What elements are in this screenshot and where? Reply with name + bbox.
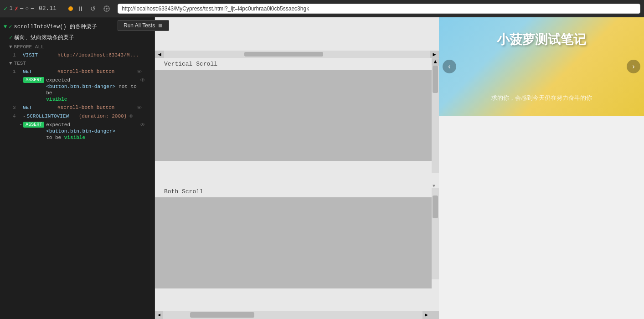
step3-arg: #scroll-both button bbox=[57, 105, 135, 110]
check-icon: ✓ bbox=[4, 5, 7, 12]
step-2[interactable]: - ASSERT expected 👁 <button.btn.btn-dang… bbox=[0, 76, 155, 103]
step5-element: <button.btn.btn-danger> bbox=[46, 129, 115, 134]
blog-next-button[interactable]: › bbox=[627, 60, 640, 73]
corner-block bbox=[431, 311, 439, 319]
both-scroll-content bbox=[155, 197, 432, 288]
before-all-label: BEFORE ALL bbox=[14, 44, 44, 50]
main-layout: ▼ ✓ scrollIntoView() 的各种栗子 ✓ 横向、纵向滚动条的栗子… bbox=[0, 17, 644, 319]
suite-title: scrollIntoView() 的各种栗子 bbox=[14, 23, 97, 31]
test-time: 02.11 bbox=[39, 5, 57, 12]
step5-dash: - bbox=[19, 122, 22, 128]
fail-count: — bbox=[20, 5, 23, 12]
toolbar: ✓ 1 ✗ — ○ — 02.11 ⏸ ↺ bbox=[0, 0, 644, 17]
step1-arg: #scroll-both button bbox=[57, 69, 135, 74]
test-title-row[interactable]: ✓ 横向、纵向滚动条的栗子 bbox=[0, 32, 155, 43]
stop-button[interactable]: ⏸ bbox=[76, 4, 86, 13]
visit-url: http://localhost:63343/M... bbox=[57, 52, 142, 58]
top-scrollbar-h[interactable]: ◀ ▶ bbox=[155, 51, 439, 58]
step-1[interactable]: 1 GET #scroll-both button 👁 bbox=[0, 67, 155, 76]
test-tree: ▼ ✓ scrollIntoView() 的各种栗子 ✓ 横向、纵向滚动条的栗子… bbox=[0, 17, 155, 319]
blog-prev-button[interactable]: ‹ bbox=[443, 60, 456, 73]
step5-expected: expected bbox=[46, 122, 70, 128]
toolbar-status-icons: ✓ 1 ✗ — ○ — bbox=[4, 5, 34, 12]
before-all-caret: ▼ bbox=[9, 44, 12, 50]
step1-cmd: GET bbox=[23, 69, 55, 74]
bottom-scroll-right-btn[interactable]: ▶ bbox=[422, 311, 431, 319]
step1-eye-icon[interactable]: 👁 bbox=[137, 69, 142, 75]
step4-eye-icon[interactable]: 👁 bbox=[129, 113, 134, 119]
v-scroll-region-2[interactable] bbox=[432, 188, 439, 279]
v-scrollbar-thumb-2 bbox=[433, 196, 438, 218]
step5-badge: ASSERT bbox=[23, 122, 44, 128]
scroll-left-btn[interactable]: ◀ bbox=[155, 51, 164, 58]
step5-to-be: to be bbox=[46, 135, 64, 140]
step2-element: <button.btn.btn-danger> bbox=[46, 84, 115, 89]
step4-dash: - bbox=[23, 113, 26, 119]
v-scrollbar-thumb-1 bbox=[433, 66, 438, 93]
url-bar[interactable] bbox=[118, 4, 640, 14]
visit-cmd: VISIT bbox=[23, 52, 55, 58]
suite-caret: ▼ bbox=[4, 24, 7, 30]
test-section-header[interactable]: ▼ TEST bbox=[0, 59, 155, 67]
pending-icon: ○ bbox=[25, 5, 29, 12]
scroll-right-btn[interactable]: ▶ bbox=[430, 51, 439, 58]
svg-point-1 bbox=[106, 8, 108, 10]
step3-eye-icon[interactable]: 👁 bbox=[137, 105, 142, 111]
bottom-scroll-left-btn[interactable]: ◀ bbox=[155, 311, 163, 319]
step-4[interactable]: 4 - SCROLLINTOVIEW {duration: 2000} 👁 bbox=[0, 112, 155, 121]
scroll-up-btn[interactable]: ▲ bbox=[432, 58, 439, 66]
step-visit[interactable]: 1 VISIT http://localhost:63343/M... bbox=[0, 51, 155, 59]
suite-check-icon: ✓ bbox=[9, 23, 12, 30]
blog-title: 小菠萝测试笔记 bbox=[497, 31, 586, 48]
blog-subtitle: 求的你，会感到今天仍在努力奋斗的你 bbox=[491, 94, 592, 102]
step2-visible: visible bbox=[46, 97, 67, 102]
x-icon: ✗ bbox=[15, 5, 18, 12]
left-panel: ▼ ✓ scrollIntoView() 的各种栗子 ✓ 横向、纵向滚动条的栗子… bbox=[0, 17, 155, 319]
step3-cmd: GET bbox=[23, 105, 55, 110]
pending-count: — bbox=[31, 5, 34, 12]
run-all-icon: ⏹ bbox=[158, 22, 163, 29]
bottom-scrollbar-h[interactable]: ◀ ▶ bbox=[155, 311, 439, 319]
step5-eye-icon[interactable]: 👁 bbox=[140, 122, 145, 129]
test-check-icon: ✓ bbox=[9, 34, 12, 41]
target-icon bbox=[102, 4, 111, 13]
vertical-scroll-content bbox=[155, 70, 432, 161]
right-panel: ‹ 小菠萝测试笔记 求的你，会感到今天仍在努力奋斗的你 › ◀ ▶ Vertic… bbox=[155, 17, 644, 319]
step2-eye-icon[interactable]: 👁 bbox=[140, 77, 145, 84]
before-all-header[interactable]: ▼ BEFORE ALL bbox=[0, 43, 155, 51]
run-all-button[interactable]: Run All Tests ⏹ bbox=[118, 20, 169, 31]
test-label: TEST bbox=[14, 61, 26, 66]
step2-expected: expected bbox=[46, 77, 70, 83]
pass-count: 1 bbox=[9, 5, 12, 12]
step4-cmd: SCROLLINTOVIEW bbox=[27, 113, 77, 119]
step2-dash: - bbox=[19, 77, 22, 83]
step5-visible: visible bbox=[64, 135, 85, 140]
test-caret: ▼ bbox=[9, 61, 12, 66]
test-title: 横向、纵向滚动条的栗子 bbox=[14, 34, 74, 41]
status-dot bbox=[68, 6, 73, 11]
h-scrollbar-thumb bbox=[244, 52, 324, 57]
blog-panel: ‹ 小菠萝测试笔记 求的你，会感到今天仍在努力奋斗的你 › bbox=[439, 17, 644, 116]
step-5[interactable]: - ASSERT expected 👁 <button.btn.btn-dang… bbox=[0, 121, 155, 142]
preview-area: ◀ ▶ Vertical Scroll ▲ Both Scroll ▼ bbox=[155, 17, 439, 319]
reload-button[interactable]: ↺ bbox=[88, 4, 98, 13]
step-3[interactable]: 3 GET #scroll-both button 👁 bbox=[0, 103, 155, 112]
vertical-scroll-label: Vertical Scroll bbox=[164, 61, 217, 67]
v-scroll-region-1[interactable]: ▲ bbox=[432, 58, 439, 173]
step4-arg: {duration: 2000} bbox=[79, 113, 127, 119]
bottom-h-scrollbar-thumb bbox=[190, 312, 254, 318]
both-scroll-label: Both Scroll bbox=[164, 188, 203, 195]
toolbar-right-controls: ⏸ ↺ bbox=[65, 4, 98, 13]
step2-badge: ASSERT bbox=[23, 77, 44, 83]
